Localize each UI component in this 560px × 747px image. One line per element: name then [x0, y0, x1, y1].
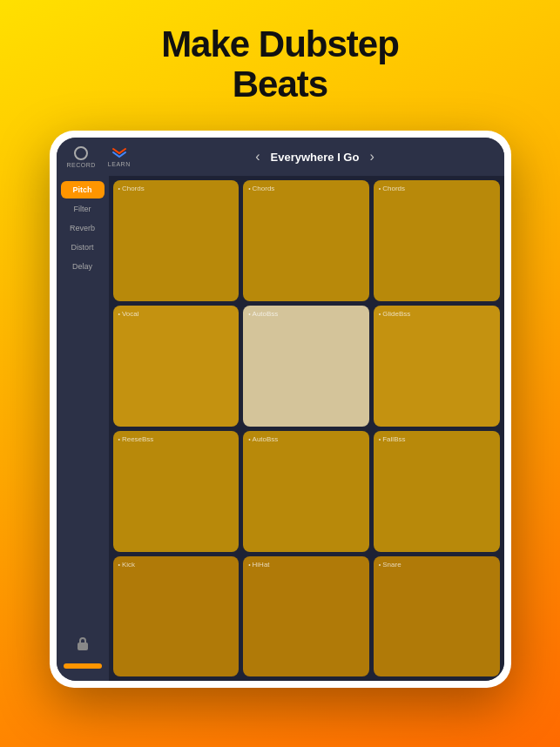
sidebar-item-pitch[interactable]: Pitch [61, 181, 105, 199]
pad-label: HiHat [248, 561, 269, 569]
pad-label: Snare [379, 561, 401, 569]
pad-label: Chords [379, 185, 405, 192]
top-bar: RECORD LEARN ‹ Everywhere I Go › [57, 138, 504, 176]
pad-label: Chords [248, 185, 274, 192]
sidebar: Pitch Filter Reverb Distort Delay [57, 176, 109, 681]
pad-autobss-2[interactable]: AutoBss [243, 431, 369, 552]
sidebar-item-distort[interactable]: Distort [61, 239, 105, 256]
pad-snare[interactable]: Snare [374, 556, 500, 677]
learn-label: LEARN [108, 161, 131, 167]
pad-label: Kick [118, 561, 136, 569]
record-circle-icon [74, 146, 88, 160]
prev-arrow[interactable]: ‹ [255, 149, 260, 165]
device-wrapper: RECORD LEARN ‹ Everywhere I Go › [50, 131, 511, 688]
orange-bar [64, 663, 102, 669]
svg-rect-0 [78, 643, 88, 650]
pad-label: FallBss [379, 435, 406, 443]
pad-fallbss[interactable]: FallBss [374, 431, 500, 552]
sidebar-item-delay[interactable]: Delay [61, 258, 105, 275]
pad-glidebss[interactable]: GlideBss [374, 306, 500, 427]
pad-chords-2[interactable]: Chords [243, 180, 369, 301]
pad-chords-1[interactable]: Chords [113, 180, 240, 301]
pad-grid: Chords Chords Chords Vocal AutoBss Glide… [109, 176, 504, 681]
pad-label: Vocal [118, 310, 139, 318]
learn-button[interactable]: LEARN [108, 147, 131, 167]
pad-label: ReeseBss [118, 435, 154, 443]
learn-icon [111, 147, 127, 159]
next-arrow[interactable]: › [369, 149, 374, 165]
pad-vocal[interactable]: Vocal [113, 306, 240, 427]
headline: Make Dubstep Beats [161, 24, 399, 104]
pad-chords-3[interactable]: Chords [374, 180, 500, 301]
sidebar-item-reverb[interactable]: Reverb [61, 219, 105, 237]
pad-kick[interactable]: Kick [113, 556, 240, 677]
device-inner: RECORD LEARN ‹ Everywhere I Go › [57, 138, 504, 681]
record-label: RECORD [67, 162, 96, 168]
pad-label: AutoBss [248, 435, 278, 443]
headline-line1: Make Dubstep [161, 24, 399, 64]
pad-reesebss[interactable]: ReeseBss [113, 431, 240, 552]
pad-hihat[interactable]: HiHat [243, 556, 369, 677]
pad-label: AutoBss [248, 310, 278, 318]
record-button[interactable]: RECORD [67, 146, 96, 168]
pad-autobss-active[interactable]: AutoBss [243, 306, 369, 427]
song-title: Everywhere I Go [271, 151, 360, 164]
pad-label: GlideBss [379, 310, 410, 318]
headline-line2: Beats [161, 64, 399, 104]
pad-label: Chords [118, 185, 145, 192]
lock-icon [75, 636, 91, 655]
sidebar-item-filter[interactable]: Filter [61, 200, 105, 218]
